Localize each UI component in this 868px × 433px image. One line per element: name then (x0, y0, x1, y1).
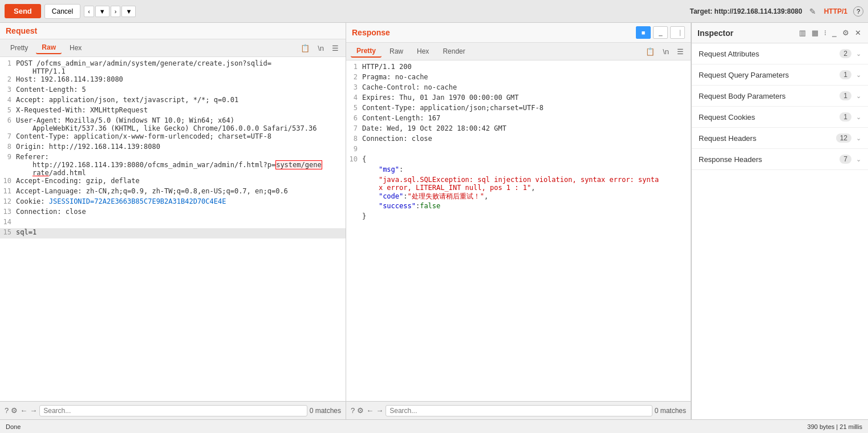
status-bar: Done 390 bytes | 21 millis (0, 419, 868, 433)
response-line-11: "msg": (346, 165, 691, 176)
response-tabs-row: Pretty Raw Hex Render 📋 \n ☰ (346, 43, 691, 60)
request-line-4: 4 Accept: application/json, text/javascr… (0, 96, 346, 106)
inspector-header: Inspector ▥ ▦ ⁝ ⎯ ⚙ ✕ (692, 23, 868, 43)
nav-forward-dropdown[interactable]: ▼ (121, 6, 136, 17)
inspector-icon-align[interactable]: ⁝ (823, 27, 828, 38)
inspector-icon-minus[interactable]: ⎯ (831, 27, 838, 38)
response-line-14: "success":false (346, 202, 691, 212)
cancel-button[interactable]: Cancel (44, 4, 80, 19)
inspector-title: Inspector (697, 29, 794, 38)
request-line-11: 11 Accept-Language: zh-CN,zh;q=0.9, zh-T… (0, 187, 346, 197)
tab-raw-request[interactable]: Raw (36, 42, 62, 54)
response-line-12: "java.sql.SQLException: sql injection vi… (346, 176, 691, 192)
inspector-row-query-params[interactable]: Request Query Parameters 1 ⌄ (692, 64, 868, 86)
response-search-next-icon[interactable]: → (376, 406, 383, 415)
tab-pretty-request[interactable]: Pretty (5, 42, 34, 54)
main-content: Request Pretty Raw Hex 📋 \n ☰ 1 POST /of… (0, 23, 868, 419)
toolbar: Send Cancel ‹ ▼ › ▼ Target: http://192.1… (0, 0, 868, 23)
tab-hex-request[interactable]: Hex (64, 42, 87, 54)
response-panel: Response ■ ⎯ ⎹ Pretty Raw Hex Render 📋 \… (346, 23, 691, 419)
request-search-bar: ? ⚙ ← → 0 matches (0, 401, 346, 419)
request-line-5: 5 X-Requested-With: XMLHttpRequest (0, 106, 346, 116)
response-line-4: 4 Expires: Thu, 01 Jan 1970 00:00:00 GMT (346, 94, 691, 104)
request-search-prev-icon[interactable]: ← (20, 406, 27, 415)
request-line-15: 15 sql=1 (0, 228, 346, 238)
tab-render-response[interactable]: Render (437, 46, 470, 57)
inspector-row-attributes[interactable]: Request Attributes 2 ⌄ (692, 43, 868, 64)
view-icon2[interactable]: ⎯ (653, 26, 668, 39)
response-search-settings-icon[interactable]: ⚙ (357, 406, 364, 415)
view-icon3[interactable]: ⎹ (670, 26, 685, 39)
response-line-2: 2 Pragma: no-cache (346, 73, 691, 83)
inspector-icon-close[interactable]: ✕ (854, 27, 862, 38)
response-matches-text: 0 matches (655, 407, 686, 415)
response-header: Response ■ ⎯ ⎹ (346, 23, 691, 43)
request-line-12: 12 Cookie: JSESSIONID=72A2E3663B85C7E9B2… (0, 197, 346, 208)
response-title: Response (352, 28, 390, 37)
response-line-9: 9 (346, 145, 691, 155)
inspector-row-req-headers[interactable]: Request Headers 12 ⌄ (692, 128, 868, 149)
response-line-3: 3 Cache-Control: no-cache (346, 83, 691, 94)
request-line-6: 6 User-Agent: Mozilla/5.0 (Windows NT 10… (0, 116, 346, 132)
nav-back-dropdown[interactable]: ▼ (95, 6, 109, 17)
tab-raw-response[interactable]: Raw (384, 46, 409, 57)
request-line-8: 8 Origin: http://192.168.114.139:8080 (0, 143, 346, 153)
inspector-icon-settings[interactable]: ⚙ (841, 27, 850, 38)
view-icon1[interactable]: ■ (636, 26, 651, 39)
request-line-14: 14 (0, 218, 346, 228)
inspector-row-body-params[interactable]: Request Body Parameters 1 ⌄ (692, 86, 868, 107)
request-line-13: 13 Connection: close (0, 208, 346, 218)
tab-hex-response[interactable]: Hex (411, 46, 435, 57)
response-search-bar: ? ⚙ ← → 0 matches (346, 401, 691, 419)
clipboard-icon-request[interactable]: 📋 (298, 43, 312, 54)
request-line-2: 2 Host: 192.168.114.139:8080 (0, 75, 346, 86)
help-icon[interactable]: ? (853, 6, 863, 17)
menu-icon-response[interactable]: ☰ (675, 46, 686, 57)
response-search-input[interactable] (386, 405, 652, 416)
response-code-area: 1 HTTP/1.1 200 2 Pragma: no-cache 3 Cach… (346, 60, 691, 401)
request-search-help-icon[interactable]: ? (5, 406, 9, 415)
http-version[interactable]: HTTP/1 (824, 7, 847, 15)
inspector-icon-grid[interactable]: ▥ (798, 27, 807, 38)
response-line-15: } (346, 212, 691, 222)
request-search-settings-icon[interactable]: ⚙ (11, 406, 18, 415)
response-line-8: 8 Connection: close (346, 135, 691, 145)
response-search-prev-icon[interactable]: ← (366, 406, 374, 415)
request-header: Request (0, 23, 346, 39)
nav-back-button[interactable]: ‹ (84, 6, 94, 17)
response-line-13: "code":"处理失败请稍后重试！", (346, 192, 691, 202)
edit-icon[interactable]: ✎ (809, 7, 816, 16)
request-tabs-row: Pretty Raw Hex 📋 \n ☰ (0, 39, 346, 57)
newline-icon-request[interactable]: \n (315, 43, 326, 54)
request-title: Request (6, 26, 37, 35)
request-line-3: 3 Content-Length: 5 (0, 86, 346, 96)
response-search-help-icon[interactable]: ? (351, 406, 355, 415)
clipboard-icon-response[interactable]: 📋 (643, 46, 657, 57)
response-line-5: 5 Content-Type: application/json;charset… (346, 104, 691, 114)
newline-icon-response[interactable]: \n (660, 46, 671, 57)
status-left: Done (6, 423, 21, 430)
request-line-10: 10 Accept-Encoding: gzip, deflate (0, 177, 346, 187)
tab-pretty-response[interactable]: Pretty (351, 45, 382, 58)
request-search-input[interactable] (39, 405, 307, 416)
request-matches-text: 0 matches (310, 407, 341, 415)
request-line-7: 7 Content-Type: application/x-www-form-u… (0, 132, 346, 143)
inspector-row-resp-headers[interactable]: Response Headers 7 ⌄ (692, 149, 868, 170)
inspector-rows: Request Attributes 2 ⌄ Request Query Par… (692, 43, 868, 419)
request-panel: Request Pretty Raw Hex 📋 \n ☰ 1 POST /of… (0, 23, 346, 419)
send-button[interactable]: Send (5, 4, 41, 18)
inspector-row-cookies[interactable]: Request Cookies 1 ⌄ (692, 107, 868, 128)
menu-icon-request[interactable]: ☰ (330, 43, 341, 54)
request-tab-icons: 📋 \n ☰ (298, 43, 341, 54)
target-url: Target: http://192.168.114.139:8080 (689, 7, 802, 15)
response-tab-icons: 📋 \n ☰ (643, 46, 686, 57)
request-line-9: 9 Referer: http://192.168.114.139:8080/o… (0, 153, 346, 177)
inspector-panel: Inspector ▥ ▦ ⁝ ⎯ ⚙ ✕ Request Attributes… (691, 23, 868, 419)
response-line-6: 6 Content-Length: 167 (346, 114, 691, 124)
inspector-icon-list[interactable]: ▦ (810, 27, 820, 38)
nav-forward-button[interactable]: › (111, 6, 121, 17)
request-search-next-icon[interactable]: → (30, 406, 37, 415)
request-line-1: 1 POST /ofcms_admin_war/admin/system/gen… (0, 59, 346, 75)
status-right: 390 bytes | 21 millis (808, 423, 862, 430)
response-line-1: 1 HTTP/1.1 200 (346, 63, 691, 73)
